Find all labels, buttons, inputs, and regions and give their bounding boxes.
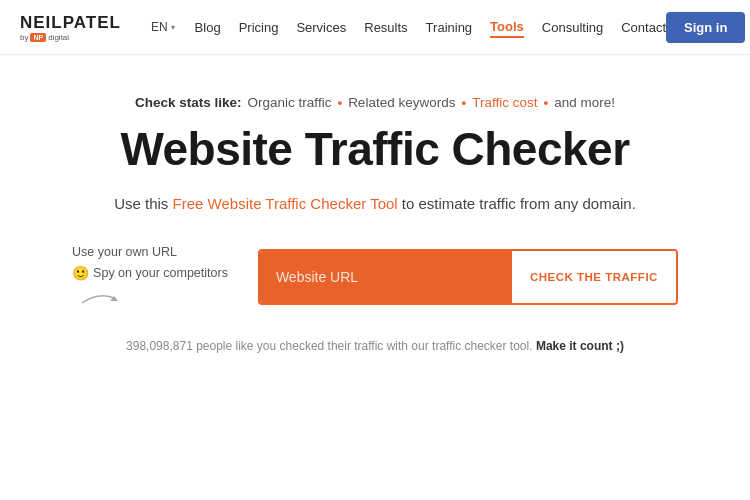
dot-2: •: [461, 95, 466, 110]
stat-traffic-cost: Traffic cost: [472, 95, 537, 110]
url-input-box: CHECK THE TRAFFIC: [258, 249, 678, 305]
stat-more: and more!: [554, 95, 615, 110]
nav-tools[interactable]: Tools: [490, 17, 524, 38]
signin-button[interactable]: Sign in: [666, 12, 745, 43]
check-traffic-button[interactable]: CHECK THE TRAFFIC: [512, 251, 676, 303]
logo: NEILPATEL by NP digital: [20, 13, 121, 42]
logo-sub: by NP digital: [20, 33, 121, 42]
nav-blog[interactable]: Blog: [195, 18, 221, 37]
url-input-area: [260, 251, 512, 303]
stat-organic: Organic traffic: [248, 95, 332, 110]
footer-cta-text: Make it count ;): [536, 339, 624, 353]
nav-contact[interactable]: Contact: [621, 18, 666, 37]
nav-consulting[interactable]: Consulting: [542, 18, 603, 37]
navbar: NEILPATEL by NP digital EN ▾ Blog Pricin…: [0, 0, 750, 55]
check-stats-label: Check stats like:: [135, 95, 242, 110]
subtitle-suffix: to estimate traffic from any domain.: [398, 195, 636, 212]
hero-section: Check stats like: Organic traffic • Rela…: [0, 55, 750, 373]
logo-digital: digital: [48, 33, 69, 42]
lang-code: EN: [151, 20, 168, 34]
logo-by: by: [20, 33, 28, 42]
subtitle-link[interactable]: Free Website Traffic Checker Tool: [173, 195, 398, 212]
footer-note: 398,098,871 people like you checked thei…: [126, 339, 624, 353]
nav-results[interactable]: Results: [364, 18, 407, 37]
stat-keywords: Related keywords: [348, 95, 455, 110]
nav-training[interactable]: Training: [426, 18, 472, 37]
dot-3: •: [543, 95, 548, 110]
website-url-input[interactable]: [276, 269, 496, 285]
hints-area: Use your own URL 🙂 Spy on your competito…: [72, 245, 228, 309]
arrow-icon: [80, 289, 120, 309]
spy-emoji: 🙂: [72, 265, 89, 281]
subtitle: Use this Free Website Traffic Checker To…: [114, 193, 636, 216]
check-stats-line: Check stats like: Organic traffic • Rela…: [135, 95, 615, 110]
hint-url-row: Use your own URL: [72, 245, 177, 259]
logo-text: NEILPATEL: [20, 13, 121, 33]
subtitle-prefix: Use this: [114, 195, 172, 212]
chevron-down-icon: ▾: [171, 23, 175, 32]
logo-np: NP: [30, 33, 46, 42]
tool-area: Use your own URL 🙂 Spy on your competito…: [35, 245, 715, 309]
nav-services[interactable]: Services: [296, 18, 346, 37]
hint-spy-row: 🙂 Spy on your competitors: [72, 265, 228, 281]
page-title: Website Traffic Checker: [120, 124, 629, 175]
nav-pricing[interactable]: Pricing: [239, 18, 279, 37]
nav-links: Blog Pricing Services Results Training T…: [195, 17, 666, 38]
hint-url-text: Use your own URL: [72, 245, 177, 259]
footer-count-text: 398,098,871 people like you checked thei…: [126, 339, 532, 353]
hint-spy-text: Spy on your competitors: [93, 266, 228, 280]
language-selector[interactable]: EN ▾: [151, 20, 175, 34]
dot-1: •: [337, 95, 342, 110]
